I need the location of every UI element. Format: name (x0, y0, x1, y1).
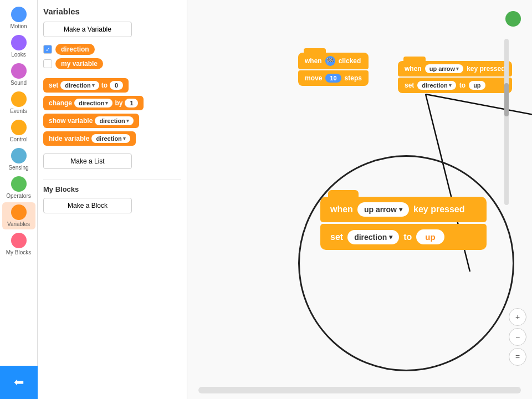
to-label-lg: to (403, 232, 412, 242)
sidebar-item-events[interactable]: Events (2, 89, 35, 116)
block-row-set: set direction ▾ to 0 (43, 78, 181, 93)
block-row-change: change direction ▾ by 1 (43, 96, 181, 110)
zoomed-key-group[interactable]: when up arrow ▾ key pressed set directio… (320, 197, 487, 250)
zoom-out-button[interactable]: − (509, 328, 526, 346)
canvas: when 🏁 clicked move 10 steps when up arr… (187, 0, 532, 399)
set-block[interactable]: set direction ▾ to 0 (43, 78, 129, 93)
direction-dropdown[interactable]: direction ▾ (60, 81, 99, 90)
zoom-in-button[interactable]: + (509, 308, 526, 326)
divider (43, 179, 181, 180)
sidebar-item-label-control: Control (9, 136, 27, 142)
set-label: set (49, 81, 58, 89)
panel-title: Variables (43, 7, 181, 16)
variable-row-myvariable: my variable (43, 58, 181, 69)
set-label-lg: set (330, 232, 343, 242)
hide-block[interactable]: hide variable direction ▾ (43, 131, 136, 146)
sidebar-item-operators[interactable]: Operators (2, 174, 35, 201)
key-arrow-small: ▾ (456, 66, 459, 71)
dir-arrow-small: ▾ (449, 83, 452, 88)
move-steps-body[interactable]: move 10 steps (298, 70, 369, 86)
dropdown-arrow2: ▾ (105, 100, 108, 106)
sidebar-item-motion[interactable]: Motion (2, 4, 35, 32)
sidebar-item-label-motion: Motion (10, 23, 27, 29)
change-label: change (49, 99, 72, 107)
key-pressed-label-small: key pressed (467, 65, 505, 73)
when-label: when (305, 57, 322, 65)
sidebar-item-myblocks[interactable]: My Blocks (2, 231, 35, 258)
direction-checkbox[interactable] (43, 45, 52, 54)
direction-chip: direction (55, 44, 95, 55)
key-dropdown-small[interactable]: up arrow ▾ (425, 64, 463, 73)
looks-icon (11, 35, 27, 50)
change-value[interactable]: 1 (125, 99, 138, 108)
show-label: show variable (49, 117, 93, 125)
key-arrow-lg: ▾ (399, 206, 402, 213)
myblocks-icon (11, 233, 27, 248)
set-dir-body-lg[interactable]: set direction ▾ to up (320, 224, 487, 250)
control-icon (11, 120, 27, 135)
green-flag-group[interactable]: when 🏁 clicked move 10 steps (298, 53, 369, 86)
by-label: by (115, 99, 122, 107)
when-key-hat-small[interactable]: when up arrow ▾ key pressed (398, 61, 512, 76)
zoom-controls: + − = (509, 308, 526, 366)
my-blocks-title: My Blocks (43, 185, 181, 193)
variables-icon (11, 204, 27, 220)
variables-panel: Variables Make a Variable direction my v… (38, 0, 187, 399)
show-direction-dropdown[interactable]: direction ▾ (95, 116, 133, 125)
myvariable-checkbox[interactable] (43, 59, 52, 68)
dropdown-arrow3: ▾ (126, 118, 129, 124)
sidebar-item-label-myblocks: My Blocks (6, 249, 32, 255)
sidebar-item-label-operators: Operators (6, 193, 30, 199)
sensing-icon (11, 148, 27, 163)
set-dir-body-small[interactable]: set direction ▾ to up (398, 78, 512, 93)
sidebar-item-label-looks: Looks (11, 52, 26, 58)
dropdown-arrow4: ▾ (123, 136, 126, 141)
horizontal-scrollbar[interactable] (198, 387, 521, 393)
when-label-lg: when (330, 204, 353, 214)
up-val-lg: up (416, 229, 444, 244)
key-pressed-label-lg: key pressed (413, 204, 465, 214)
sidebar-item-sensing[interactable]: Sensing (2, 146, 35, 173)
scrollbar[interactable] (504, 39, 509, 205)
sidebar-item-sound[interactable]: Sound (2, 61, 35, 88)
sidebar-item-label-variables: Variables (7, 221, 30, 227)
sidebar-item-looks[interactable]: Looks (2, 33, 35, 60)
dir-dropdown-lg[interactable]: direction ▾ (347, 230, 399, 244)
move-label: move (305, 74, 322, 82)
sidebar-item-variables[interactable]: Variables (2, 202, 35, 229)
zoom-reset-button[interactable]: = (509, 348, 526, 366)
dropdown-arrow: ▾ (92, 83, 95, 88)
make-list-button[interactable]: Make a List (43, 154, 132, 169)
steps-value[interactable]: 10 (325, 74, 341, 83)
bottom-nav[interactable]: ⬅ (0, 366, 38, 399)
scroll-thumb[interactable] (504, 83, 509, 116)
green-dot (505, 11, 521, 27)
hide-direction-dropdown[interactable]: direction ▾ (91, 134, 130, 143)
make-block-button[interactable]: Make a Block (43, 198, 132, 213)
flag-icon: 🏁 (325, 56, 335, 66)
clicked-label: clicked (339, 57, 361, 65)
steps-label: steps (345, 74, 362, 82)
make-variable-button[interactable]: Make a Variable (43, 22, 132, 37)
sidebar-item-control[interactable]: Control (2, 117, 35, 145)
sidebar: Motion Looks Sound Events Control Sensin… (0, 0, 38, 399)
zoom-circle (298, 155, 514, 371)
when-flag-hat[interactable]: when 🏁 clicked (298, 53, 369, 69)
change-direction-dropdown[interactable]: direction ▾ (74, 99, 112, 108)
set-value[interactable]: 0 (110, 81, 123, 90)
up-val-small: up (469, 81, 485, 90)
to-label: to (101, 81, 108, 89)
change-block[interactable]: change direction ▾ by 1 (43, 96, 144, 110)
set-label-small: set (405, 81, 414, 89)
when-label-small: when (405, 65, 422, 73)
hide-label: hide variable (49, 135, 89, 142)
variable-row-direction: direction (43, 44, 181, 55)
when-key-hat-lg[interactable]: when up arrow ▾ key pressed (320, 197, 487, 222)
show-block[interactable]: show variable direction ▾ (43, 114, 139, 128)
dir-dropdown-small[interactable]: direction ▾ (417, 81, 456, 90)
myvariable-chip: my variable (55, 58, 103, 69)
to-label-small: to (459, 81, 466, 89)
key-dropdown-lg[interactable]: up arrow ▾ (357, 202, 409, 217)
key-pressed-group-small[interactable]: when up arrow ▾ key pressed set directio… (398, 61, 512, 93)
sound-icon (11, 63, 27, 79)
